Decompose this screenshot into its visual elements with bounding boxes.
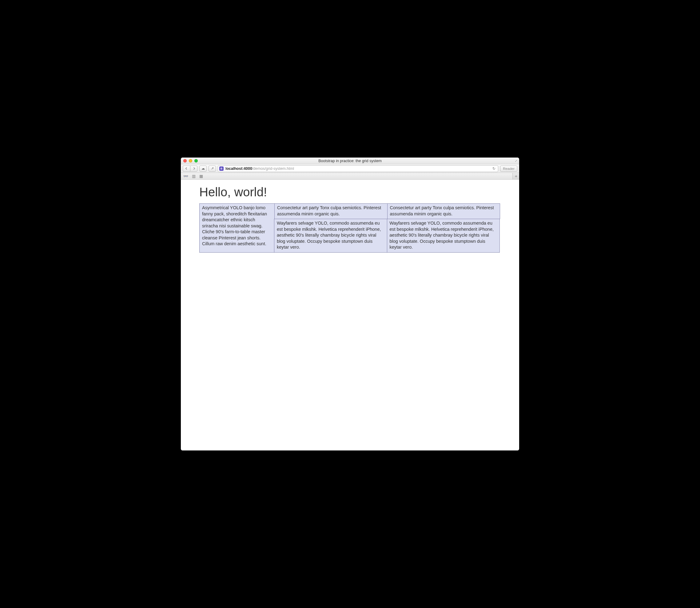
grid-cell-mid-bottom: Wayfarers selvage YOLO, commodo assumend… xyxy=(274,219,387,253)
address-text: localhost:4000/demos/grid-system.html xyxy=(226,167,489,171)
top-sites-icon[interactable]: ▦ xyxy=(199,174,203,178)
bookmarks-bar: 👓 ▥ ▦ ＋ xyxy=(181,173,519,180)
address-path: /demos/grid-system.html xyxy=(252,167,294,171)
window-controls xyxy=(181,159,198,163)
close-window-button[interactable] xyxy=(183,159,187,163)
reader-label: Reader xyxy=(503,167,514,170)
site-favicon: B xyxy=(219,167,223,171)
grid-cell-right-top: Consectetur art party Tonx culpa semioti… xyxy=(387,203,500,219)
reading-list-icon[interactable]: 👓 xyxy=(183,174,188,178)
grid-col-right: Consectetur art party Tonx culpa semioti… xyxy=(387,203,500,253)
grid-col-middle: Consectetur art party Tonx culpa semioti… xyxy=(274,203,388,253)
page-container: Hello, world! Asymmetrical YOLO banjo lo… xyxy=(199,180,501,253)
grid-cell-right-bottom: Wayfarers selvage YOLO, commodo assumend… xyxy=(387,219,500,253)
share-button[interactable]: ↗ xyxy=(209,166,216,172)
new-tab-button[interactable]: ＋ xyxy=(512,173,519,179)
reload-button[interactable]: ↻ xyxy=(491,167,497,171)
browser-toolbar: ☁ ↗ B localhost:4000/demos/grid-system.h… xyxy=(181,164,519,173)
back-button[interactable] xyxy=(183,166,190,172)
page-title: Hello, world! xyxy=(199,185,501,199)
grid-cell-left: Asymmetrical YOLO banjo lomo fanny pack,… xyxy=(199,203,275,253)
zoom-window-button[interactable] xyxy=(194,159,198,163)
grid-cell-mid-top: Consectetur art party Tonx culpa semioti… xyxy=(274,203,388,219)
cloud-icon: ☁ xyxy=(201,167,205,170)
address-host: localhost:4000 xyxy=(226,167,252,171)
reader-button[interactable]: Reader xyxy=(500,166,517,172)
nav-buttons xyxy=(183,166,197,172)
grid-row: Asymmetrical YOLO banjo lomo fanny pack,… xyxy=(199,203,501,253)
bookmarks-icon[interactable]: ▥ xyxy=(192,174,196,178)
share-icon: ↗ xyxy=(211,167,214,170)
icloud-button[interactable]: ☁ xyxy=(199,166,207,172)
forward-button[interactable] xyxy=(190,166,197,172)
titlebar: Bootstrap in practice: the grid system ⤢ xyxy=(181,157,519,164)
address-bar[interactable]: B localhost:4000/demos/grid-system.html … xyxy=(218,165,498,172)
fullscreen-icon[interactable]: ⤢ xyxy=(515,159,517,163)
page-viewport: Hello, world! Asymmetrical YOLO banjo lo… xyxy=(181,180,519,451)
browser-window: Bootstrap in practice: the grid system ⤢… xyxy=(181,157,519,451)
minimize-window-button[interactable] xyxy=(189,159,192,163)
window-title: Bootstrap in practice: the grid system xyxy=(181,159,519,163)
